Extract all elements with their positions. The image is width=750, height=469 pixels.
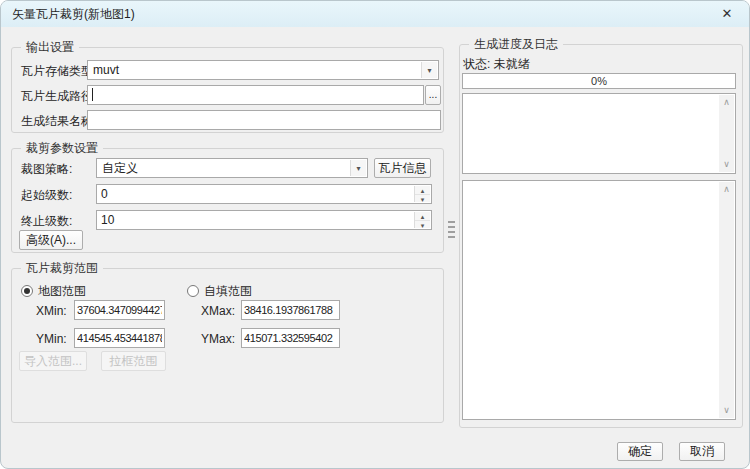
spinner: ▴ ▾: [414, 212, 430, 228]
status-text: 状态: 未就绪: [463, 54, 530, 74]
result-name-input[interactable]: [87, 110, 441, 130]
ymin-input[interactable]: [74, 328, 165, 348]
radio-selected-icon[interactable]: [21, 285, 33, 297]
drag-range-button: 拉框范围: [101, 351, 166, 371]
progress-bar: 0%: [462, 73, 736, 89]
group-progress-log-legend: 生成进度及日志: [469, 36, 563, 53]
clip-strategy-label: 裁图策略:: [21, 159, 72, 179]
end-level-label: 终止级数:: [21, 211, 72, 231]
ymax-label: YMax:: [201, 329, 235, 349]
vector-tile-clip-dialog: 矢量瓦片裁剪(新地图1) ✕ 输出设置 瓦片存储类型: muvt ▾ 瓦片生成路…: [0, 0, 750, 469]
close-icon[interactable]: ✕: [715, 4, 739, 24]
log-area-bottom[interactable]: ∧ ∨: [462, 180, 736, 420]
end-level-spinbox[interactable]: ▴ ▾: [96, 210, 432, 230]
result-name-label: 生成结果名称:: [21, 111, 96, 131]
browse-button[interactable]: ...: [425, 85, 441, 105]
custom-range-radio[interactable]: 自填范围: [187, 284, 262, 299]
text-caret: [92, 88, 93, 101]
map-range-radio[interactable]: 地图范围: [21, 284, 96, 299]
tile-path-input[interactable]: [87, 85, 424, 105]
scroll-up-icon[interactable]: ∧: [719, 95, 734, 110]
start-level-input[interactable]: [97, 185, 413, 203]
scroll-up-icon[interactable]: ∧: [719, 182, 734, 197]
screen: 矢量瓦片裁剪(新地图1) ✕ 输出设置 瓦片存储类型: muvt ▾ 瓦片生成路…: [0, 0, 750, 469]
start-level-label: 起始级数:: [21, 185, 72, 205]
import-range-button: 导入范围...: [19, 351, 87, 371]
xmax-input[interactable]: [241, 300, 340, 320]
xmin-input[interactable]: [74, 300, 165, 320]
scroll-down-icon[interactable]: ∨: [719, 403, 734, 418]
end-level-input[interactable]: [97, 211, 413, 229]
custom-range-radio-label: 自填范围: [204, 284, 252, 299]
group-clip-params-legend: 裁剪参数设置: [21, 140, 103, 157]
spin-up-icon[interactable]: ▴: [415, 186, 430, 194]
ok-button[interactable]: 确定: [617, 442, 663, 461]
storage-type-value: muvt: [93, 61, 418, 79]
chevron-down-icon[interactable]: ▾: [350, 160, 366, 176]
cancel-button[interactable]: 取消: [679, 442, 725, 461]
group-output-legend: 输出设置: [21, 39, 79, 56]
ymax-input[interactable]: [241, 328, 340, 348]
xmax-label: XMax:: [201, 301, 235, 321]
ymin-label: YMin:: [36, 329, 67, 349]
window-title: 矢量瓦片裁剪(新地图1): [12, 1, 135, 27]
tile-info-button[interactable]: 瓦片信息: [374, 158, 431, 178]
map-range-radio-label: 地图范围: [38, 284, 86, 299]
log-area-top[interactable]: ∧ ∨: [462, 93, 736, 174]
scrollbar[interactable]: ∧ ∨: [719, 182, 734, 418]
splitter-grip-icon[interactable]: [448, 221, 455, 240]
chevron-down-icon[interactable]: ▾: [421, 62, 437, 78]
advanced-button[interactable]: 高级(A)...: [19, 230, 83, 250]
xmin-label: XMin:: [36, 301, 67, 321]
clip-strategy-value: 自定义: [102, 159, 347, 177]
clip-strategy-combo[interactable]: 自定义 ▾: [96, 158, 368, 178]
titlebar[interactable]: 矢量瓦片裁剪(新地图1) ✕: [1, 1, 749, 27]
spinner: ▴ ▾: [414, 186, 430, 202]
tile-path-label: 瓦片生成路径:: [21, 86, 96, 106]
group-clip-range-legend: 瓦片裁剪范围: [21, 260, 103, 277]
spin-down-icon[interactable]: ▾: [415, 194, 430, 202]
spin-down-icon[interactable]: ▾: [415, 220, 430, 228]
storage-type-combo[interactable]: muvt ▾: [87, 60, 439, 80]
start-level-spinbox[interactable]: ▴ ▾: [96, 184, 432, 204]
scrollbar[interactable]: ∧ ∨: [719, 95, 734, 172]
radio-unselected-icon[interactable]: [187, 285, 199, 297]
spin-up-icon[interactable]: ▴: [415, 212, 430, 220]
scroll-down-icon[interactable]: ∨: [719, 157, 734, 172]
storage-type-label: 瓦片存储类型:: [21, 61, 96, 81]
progress-percent: 0%: [591, 75, 607, 87]
